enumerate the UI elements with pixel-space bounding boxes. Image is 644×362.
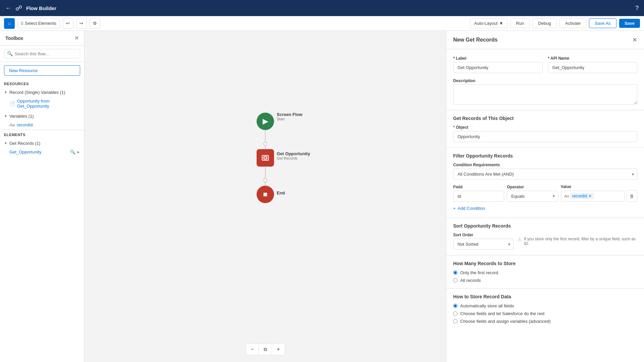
sort-order-group: Sort Order Not Sorted (453, 233, 514, 250)
api-name-label: * API Name (548, 56, 638, 61)
object-group: * Object (453, 125, 637, 142)
fit-to-screen-button[interactable]: ⧉ (259, 344, 272, 355)
resources-section: RESOURCES ▼ Record (Single) Variables (1… (0, 79, 84, 130)
chevron-right-icon-3: ► (77, 150, 80, 154)
only-first-option[interactable]: Only the first record (453, 270, 637, 275)
new-resource-button[interactable]: New Resource (4, 65, 80, 76)
redo-button[interactable]: ↪ (76, 18, 87, 29)
object-label: * Object (453, 125, 637, 130)
search-element-icon[interactable]: 🔍 (70, 149, 75, 155)
variables-header[interactable]: ▼ Variables (1) (0, 112, 84, 121)
choose-fields-variables-radio[interactable] (453, 319, 458, 323)
search-input[interactable] (15, 51, 77, 56)
toolbox-close-button[interactable]: ✕ (74, 35, 79, 41)
top-navigation: ← ☍ Flow Builder ? (0, 0, 644, 16)
panel-header: New Get Records ✕ (446, 31, 644, 49)
zoom-in-button[interactable]: + (272, 344, 284, 355)
get-records-group: ▼ Get Records (1) Get_Opportunity 🔍 ► (0, 138, 84, 157)
select-elements-button[interactable]: ⧰ Select Elements (17, 18, 60, 28)
main-layout: Toolbox ✕ 🔍 New Resource RESOURCES ▼ Rec… (0, 31, 644, 362)
get-records-header[interactable]: ▼ Get Records (1) (0, 139, 84, 148)
field-group: Field (453, 185, 504, 202)
description-textarea[interactable] (453, 84, 637, 105)
home-button[interactable]: ⌂ (4, 18, 15, 29)
chevron-down-icon: ▼ (499, 21, 503, 26)
auto-layout-button[interactable]: Auto-Layout ▼ (470, 18, 508, 28)
object-input[interactable] (453, 131, 637, 142)
how-to-store-section: How to Store Record Data Automatically s… (446, 288, 644, 324)
auto-store-option[interactable]: Automatically store all fields (453, 303, 637, 308)
save-as-button[interactable]: Save As (589, 18, 616, 28)
auto-store-radio[interactable] (453, 304, 458, 308)
operator-select[interactable]: Equals (507, 191, 558, 202)
label-group: * Label (453, 56, 543, 73)
variable-type-icon: Aa (565, 194, 569, 198)
undo-button[interactable]: ↩ (63, 18, 73, 29)
panel-title: New Get Records (453, 37, 497, 43)
how-many-title: How Many Records to Store (453, 261, 637, 266)
opportunity-variable-item[interactable]: 📄 Opportunity from Get_Opportunity ► (0, 97, 84, 110)
debug-button[interactable]: Debug (532, 18, 556, 28)
save-button[interactable]: Save (619, 19, 640, 28)
variable-text-icon: Aa (9, 122, 15, 127)
run-button[interactable]: Run (511, 18, 530, 28)
start-node[interactable]: ▶ (257, 113, 274, 130)
panel-body: * Label * API Name Description Get Re (446, 49, 644, 336)
description-group: Description (453, 78, 637, 105)
chevron-down-icon: ▼ (4, 90, 7, 94)
delete-condition-button[interactable]: 🗑 (627, 190, 637, 202)
add-condition-button[interactable]: + Add Condition (453, 204, 485, 212)
toolbox-header: Toolbox ✕ (0, 31, 84, 46)
canvas-inner: ▶ Screen Flow Start (165, 113, 366, 280)
label-api-row: * Label * API Name (453, 56, 637, 73)
choose-fields-variables-option[interactable]: Choose fields and assign variables (adva… (453, 319, 637, 324)
zoom-out-button[interactable]: − (246, 344, 259, 355)
chevron-down-icon: ▼ (4, 114, 7, 118)
toolbox-search-area: 🔍 (0, 46, 84, 62)
help-button[interactable]: ? (635, 5, 639, 12)
sort-section-title: Sort Opportunity Records (453, 223, 637, 229)
record-variables-group: ▼ Record (Single) Variables (1) 📄 Opport… (0, 87, 84, 111)
right-panel: New Get Records ✕ * Label * API Name (446, 31, 644, 362)
field-input[interactable] (453, 191, 504, 202)
operator-group: Operator Equals (507, 185, 558, 202)
get-opportunity-node[interactable] (257, 149, 274, 167)
condition-req-select[interactable]: All Conditions Are Met (AND) (453, 169, 637, 180)
all-records-option[interactable]: All records (453, 278, 637, 283)
value-tag-remove-button[interactable]: ✕ (588, 194, 592, 198)
choose-fields-salesforce-option[interactable]: Choose fields and let Salesforce do the … (453, 311, 637, 316)
resources-heading: RESOURCES (0, 79, 84, 87)
get-opportunity-item[interactable]: Get_Opportunity 🔍 ► (0, 148, 84, 156)
start-node-wrap: ▶ Screen Flow Start (257, 113, 274, 149)
panel-close-button[interactable]: ✕ (632, 36, 637, 44)
condition-req-label: Condition Requirements (453, 163, 637, 167)
settings-button[interactable]: ⚙ (90, 18, 100, 29)
flow-canvas[interactable]: ▶ Screen Flow Start (85, 31, 446, 362)
condition-req-select-wrap: All Conditions Are Met (AND) (453, 169, 637, 180)
activate-button[interactable]: Activate (559, 18, 586, 28)
label-field-input[interactable] (453, 62, 543, 73)
choose-fields-salesforce-radio[interactable] (453, 311, 458, 316)
warning-icon: ⚠ (518, 237, 522, 242)
record-variables-header[interactable]: ▼ Record (Single) Variables (1) (0, 88, 84, 97)
only-first-radio[interactable] (453, 270, 458, 275)
field-label: Field (453, 185, 504, 189)
toolbar: ⌂ ⧰ Select Elements ↩ ↪ ⚙ Auto-Layout ▼ … (0, 16, 644, 31)
condition-req-group: Condition Requirements All Conditions Ar… (453, 163, 637, 180)
sort-order-select[interactable]: Not Sorted (453, 239, 514, 250)
back-button[interactable]: ← (5, 5, 11, 12)
chevron-right-icon-2: ► (77, 123, 80, 127)
opportunity-variable-label: Opportunity from Get_Opportunity (17, 99, 77, 109)
sort-order-label: Sort Order (453, 233, 514, 237)
chevron-right-icon: ► (77, 102, 80, 106)
api-name-input[interactable] (548, 62, 638, 73)
description-label: Description (453, 78, 637, 83)
cursor-icon: ⧰ (21, 21, 23, 26)
end-node[interactable]: ■ (257, 186, 274, 203)
all-records-radio[interactable] (453, 278, 458, 283)
label-field-label: * Label (453, 56, 543, 61)
value-input-wrap[interactable]: Aa recordId ✕ (561, 191, 625, 201)
search-input-wrap: 🔍 (4, 49, 80, 58)
record-id-item[interactable]: Aa recordId ► (0, 121, 84, 129)
elements-heading: ELEMENTS (0, 130, 84, 138)
